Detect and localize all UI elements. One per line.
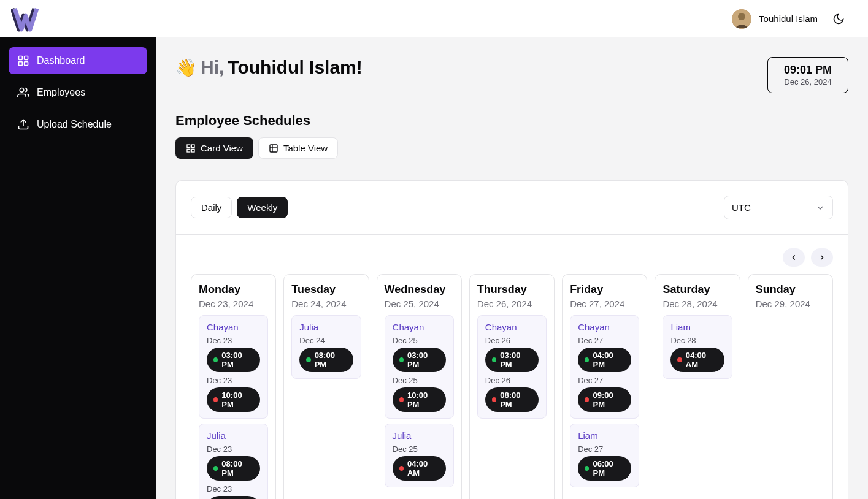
status-dot-green-icon: [399, 357, 404, 362]
time-pill: 03:00 PM: [393, 348, 446, 372]
svg-point-1: [738, 13, 745, 20]
clock-widget: 09:01 PM Dec 26, 2024: [767, 57, 848, 93]
grid-icon: [186, 143, 196, 153]
day-date: Dec 28, 2024: [663, 299, 732, 309]
divider: [175, 170, 848, 170]
greeting-name: Touhidul Islam!: [228, 57, 362, 78]
day-name: Thursday: [477, 283, 547, 296]
slot-time: 08:00 PM: [315, 351, 347, 369]
avatar: [732, 9, 751, 29]
status-dot-red-icon: [213, 397, 218, 402]
card-view-button[interactable]: Card View: [175, 137, 253, 159]
employee-name: Chayan: [578, 322, 631, 332]
slot-time: 04:00 AM: [686, 351, 718, 369]
slot-time: 10:00 PM: [221, 390, 253, 409]
day-name: Tuesday: [291, 283, 361, 296]
slot-time: 09:00 PM: [593, 390, 624, 409]
time-pill: 08:00 PM: [299, 348, 353, 372]
status-dot-green-icon: [306, 357, 310, 362]
time-pill: 10:00 PM: [207, 387, 260, 412]
employee-card[interactable]: ChayanDec 2603:00 PMDec 2608:00 PM: [477, 315, 547, 419]
day-column: FridayDec 27, 2024ChayanDec 2704:00 PMDe…: [562, 274, 647, 499]
employee-card[interactable]: JuliaDec 2308:00 PMDec 2311:00 PM: [199, 424, 268, 499]
day-date: Dec 29, 2024: [756, 299, 825, 309]
day-date: Dec 23, 2024: [199, 299, 268, 309]
status-dot-green-icon: [492, 357, 496, 362]
sidebar-item-employees[interactable]: Employees: [9, 79, 147, 106]
slot-time: 03:00 PM: [407, 351, 439, 369]
slot-time: 08:00 PM: [221, 459, 253, 478]
employee-card[interactable]: ChayanDec 2503:00 PMDec 2510:00 PM: [385, 315, 454, 419]
svg-rect-3: [25, 56, 28, 60]
table-view-button[interactable]: Table View: [258, 137, 338, 159]
table-view-label: Table View: [283, 143, 328, 153]
day-date: Dec 27, 2024: [570, 299, 639, 309]
slot-date: Dec 24: [299, 336, 353, 345]
employee-name: Julia: [207, 430, 260, 441]
slot-time: 06:00 PM: [593, 459, 624, 478]
clock-date: Dec 26, 2024: [784, 77, 832, 86]
timezone-select[interactable]: UTC: [724, 196, 833, 219]
status-dot-red-icon: [677, 357, 682, 362]
status-dot-red-icon: [399, 466, 404, 471]
employee-name: Liam: [670, 322, 724, 332]
employee-card[interactable]: LiamDec 2706:00 PM: [570, 424, 639, 487]
prev-week-button[interactable]: [783, 248, 805, 267]
status-dot-green-icon: [213, 466, 218, 471]
time-pill: 04:00 PM: [578, 348, 631, 372]
svg-point-6: [20, 88, 24, 93]
employee-card[interactable]: ChayanDec 2704:00 PMDec 2709:00 PM: [570, 315, 639, 419]
slot-date: Dec 28: [670, 336, 724, 345]
slot-date: Dec 25: [393, 336, 446, 345]
day-name: Wednesday: [385, 283, 454, 296]
employee-name: Chayan: [485, 322, 539, 332]
time-pill: 04:00 AM: [393, 456, 446, 481]
sidebar-item-label: Employees: [37, 87, 85, 98]
day-name: Sunday: [756, 283, 825, 296]
day-column: SaturdayDec 28, 2024LiamDec 2804:00 AM: [655, 274, 740, 499]
daily-label: Daily: [201, 202, 221, 213]
slot-date: Dec 25: [393, 376, 446, 385]
next-week-button[interactable]: [811, 248, 833, 267]
table-icon: [269, 143, 278, 153]
sidebar: Dashboard Employees Upload Schedule: [0, 37, 156, 499]
employee-name: Julia: [393, 430, 446, 441]
users-icon: [17, 86, 29, 99]
sidebar-item-dashboard[interactable]: Dashboard: [9, 47, 147, 74]
employee-name: Julia: [299, 322, 353, 332]
card-view-label: Card View: [201, 143, 243, 153]
time-pill: 06:00 PM: [578, 456, 631, 481]
svg-rect-12: [270, 145, 277, 152]
chevron-left-icon: [789, 253, 798, 262]
employee-name: Chayan: [207, 322, 260, 332]
greeting: 👋 Hi, Touhidul Islam!: [175, 57, 363, 78]
upload-icon: [17, 118, 29, 131]
slot-time: 04:00 PM: [593, 351, 624, 369]
employee-name: Chayan: [393, 322, 446, 332]
dashboard-icon: [17, 55, 29, 67]
time-pill: 08:00 PM: [207, 456, 260, 481]
weekly-mode-button[interactable]: Weekly: [237, 197, 288, 218]
theme-toggle-button[interactable]: [829, 9, 848, 29]
status-dot-green-icon: [585, 466, 589, 471]
slot-date: Dec 26: [485, 336, 539, 345]
employee-card[interactable]: LiamDec 2804:00 AM: [663, 315, 732, 379]
svg-rect-11: [191, 149, 194, 152]
status-dot-red-icon: [492, 397, 496, 402]
time-pill: 10:00 PM: [393, 387, 446, 412]
svg-rect-2: [19, 56, 23, 60]
slot-time: 10:00 PM: [407, 390, 439, 409]
employee-card[interactable]: ChayanDec 2303:00 PMDec 2310:00 PM: [199, 315, 268, 419]
schedule-panel: Daily Weekly UTC MondayDec 23, 2: [175, 180, 848, 499]
sidebar-item-label: Upload Schedule: [37, 119, 112, 130]
timezone-value: UTC: [732, 202, 751, 213]
user-menu[interactable]: Touhidul Islam: [732, 9, 818, 29]
sidebar-item-upload-schedule[interactable]: Upload Schedule: [9, 111, 147, 138]
app-logo[interactable]: [11, 6, 40, 32]
slot-date: Dec 23: [207, 376, 260, 385]
status-dot-red-icon: [399, 397, 404, 402]
employee-card[interactable]: JuliaDec 2408:00 PM: [291, 315, 361, 379]
clock-time: 09:01 PM: [784, 64, 832, 77]
employee-card[interactable]: JuliaDec 2504:00 AM: [385, 424, 454, 487]
daily-mode-button[interactable]: Daily: [191, 197, 232, 218]
